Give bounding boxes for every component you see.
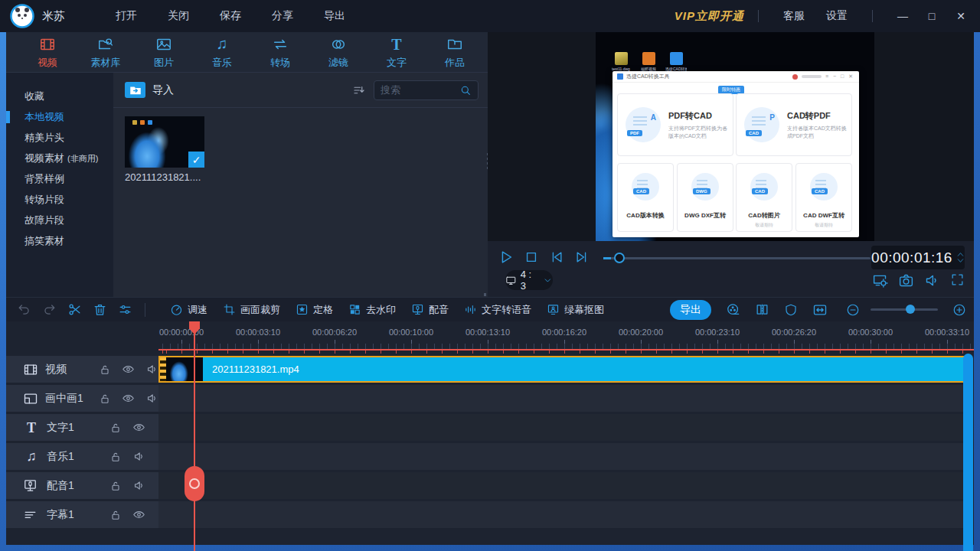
tab-works[interactable]: 作品 xyxy=(426,35,484,70)
fullscreen-icon[interactable] xyxy=(950,272,965,289)
export-button[interactable]: 导出 xyxy=(670,300,711,320)
track-row-subtitle: 字幕1 xyxy=(6,501,974,528)
tab-image[interactable]: 图片 xyxy=(135,35,193,70)
lock-icon[interactable] xyxy=(99,364,111,376)
media-item-name: 202111231821.... xyxy=(125,171,201,183)
play-button[interactable] xyxy=(497,248,515,266)
speaker-icon[interactable] xyxy=(132,479,145,492)
eye-icon[interactable] xyxy=(132,421,145,434)
menu-share[interactable]: 分享 xyxy=(272,9,293,23)
aspect-ratio-dropdown[interactable]: 4 : 3 xyxy=(505,270,553,290)
sticker-reel-icon[interactable] xyxy=(726,302,740,317)
stop-button[interactable] xyxy=(522,248,541,266)
tool-speed[interactable]: 调速 xyxy=(170,303,207,317)
import-button[interactable] xyxy=(125,82,145,98)
tool-dubbing[interactable]: 配音 xyxy=(411,303,449,317)
cut-scissors-button[interactable] xyxy=(67,302,82,317)
zoom-out-icon[interactable] xyxy=(846,303,860,317)
speaker-icon[interactable] xyxy=(145,392,158,405)
eye-icon[interactable] xyxy=(132,508,145,521)
tab-transition[interactable]: 转场 xyxy=(251,35,309,70)
minimize-button[interactable]: — xyxy=(891,5,914,27)
zoom-in-icon[interactable] xyxy=(952,303,966,317)
lock-icon[interactable] xyxy=(109,422,122,434)
lock-icon[interactable] xyxy=(109,451,122,463)
menu-export[interactable]: 导出 xyxy=(324,9,345,23)
selected-check-badge[interactable]: ✓ xyxy=(188,152,204,168)
eye-icon[interactable] xyxy=(122,363,135,376)
preview-settings-icon[interactable] xyxy=(872,272,888,289)
menu-close[interactable]: 关闭 xyxy=(168,9,189,23)
timecode-display[interactable]: 00:00:01:16 xyxy=(871,246,965,269)
sidebar-item-glitch-clips[interactable]: 故障片段 xyxy=(6,210,113,230)
tool-freeze-frame[interactable]: 定格 xyxy=(296,303,333,317)
search-input[interactable] xyxy=(381,84,459,96)
eye-icon[interactable] xyxy=(122,392,135,405)
properties-sliders-button[interactable] xyxy=(118,302,132,317)
sidebar-item-video-material[interactable]: 视频素材(非商用) xyxy=(6,148,113,168)
sidebar-item-favorites[interactable]: 收藏 xyxy=(6,86,113,106)
search-icon[interactable] xyxy=(459,84,472,96)
timecode-up-icon[interactable] xyxy=(956,251,965,257)
timeline-zoom-slider[interactable] xyxy=(871,308,938,311)
vip-upgrade-button[interactable]: VIP立即开通 xyxy=(675,9,744,24)
chevron-down-icon xyxy=(543,276,553,285)
tool-green-screen[interactable]: 绿幕抠图 xyxy=(547,303,604,317)
playhead-handle[interactable] xyxy=(185,466,204,501)
skip-to-start-button[interactable] xyxy=(547,248,566,266)
lock-icon[interactable] xyxy=(109,509,122,521)
sidebar-item-transition-clips[interactable]: 转场片段 xyxy=(6,189,113,210)
track-lane-subtitle[interactable] xyxy=(158,501,968,528)
undo-button[interactable] xyxy=(17,302,31,317)
seek-bar[interactable] xyxy=(603,257,871,259)
lock-icon[interactable] xyxy=(99,393,111,405)
vertical-scrollbar[interactable] xyxy=(963,354,973,551)
redo-button[interactable] xyxy=(42,302,57,317)
tool-remove-watermark[interactable]: 去水印 xyxy=(348,303,396,317)
sidebar-item-funny-material[interactable]: 搞笑素材 xyxy=(6,230,113,251)
speaker-icon[interactable] xyxy=(145,363,158,376)
timeline-clip[interactable]: 202111231821.mp4 xyxy=(158,356,968,383)
lock-icon[interactable] xyxy=(109,480,122,492)
tab-video[interactable]: 视频 xyxy=(18,35,77,70)
track-lane-music[interactable] xyxy=(158,443,968,470)
zoom-slider-handle[interactable] xyxy=(906,305,915,314)
ruler-ticks xyxy=(158,340,974,349)
seek-handle[interactable] xyxy=(614,253,625,263)
fit-timeline-icon[interactable] xyxy=(812,302,828,318)
menu-open[interactable]: 打开 xyxy=(116,9,137,23)
track-lane-text[interactable] xyxy=(158,414,968,441)
tool-crop[interactable]: 画面裁剪 xyxy=(223,303,280,317)
tab-text[interactable]: T 文字 xyxy=(368,35,426,70)
speaker-icon[interactable] xyxy=(132,450,145,463)
sort-icon[interactable] xyxy=(352,83,366,97)
playhead-line[interactable] xyxy=(194,321,195,551)
sidebar-item-local-video[interactable]: 本地视频 xyxy=(6,106,113,127)
snapshot-camera-icon[interactable] xyxy=(898,272,914,289)
settings-button[interactable]: 设置 xyxy=(826,9,848,23)
tab-filter[interactable]: 滤镜 xyxy=(309,35,368,70)
tool-text-to-speech[interactable]: 文字转语音 xyxy=(464,303,531,317)
support-button[interactable]: 客服 xyxy=(783,9,805,23)
menu-save[interactable]: 保存 xyxy=(220,9,241,23)
close-button[interactable]: ✕ xyxy=(949,5,972,27)
volume-icon[interactable] xyxy=(924,272,940,289)
tab-music[interactable]: ♫ 音乐 xyxy=(193,35,251,70)
track-lane-pip[interactable] xyxy=(158,385,968,412)
video-card-cad2pdf: PCAD CAD转PDF 支持各版本CAD文档转换成PDF文档 xyxy=(736,93,852,156)
search-box[interactable] xyxy=(374,80,479,100)
timecode-down-icon[interactable] xyxy=(956,258,965,264)
skip-to-end-button[interactable] xyxy=(573,248,591,266)
media-item-thumbnail[interactable]: ✓ xyxy=(125,116,204,168)
timeline-ruler[interactable]: 00:00:00:00 00:00:03:10 00:00:06:20 00:0… xyxy=(158,321,974,352)
track-row-text: T 文字1 xyxy=(6,414,974,441)
track-lane-dubbing[interactable] xyxy=(158,472,968,499)
tab-material-library[interactable]: 素材库 xyxy=(77,35,135,70)
shield-icon[interactable] xyxy=(784,303,798,317)
maximize-button[interactable]: □ xyxy=(920,5,943,27)
split-view-icon[interactable] xyxy=(755,302,769,317)
sidebar-item-intros[interactable]: 精美片头 xyxy=(6,127,113,148)
delete-trash-button[interactable] xyxy=(93,302,107,317)
sidebar-active-indicator xyxy=(6,111,10,123)
sidebar-item-backgrounds[interactable]: 背景样例 xyxy=(6,168,113,189)
